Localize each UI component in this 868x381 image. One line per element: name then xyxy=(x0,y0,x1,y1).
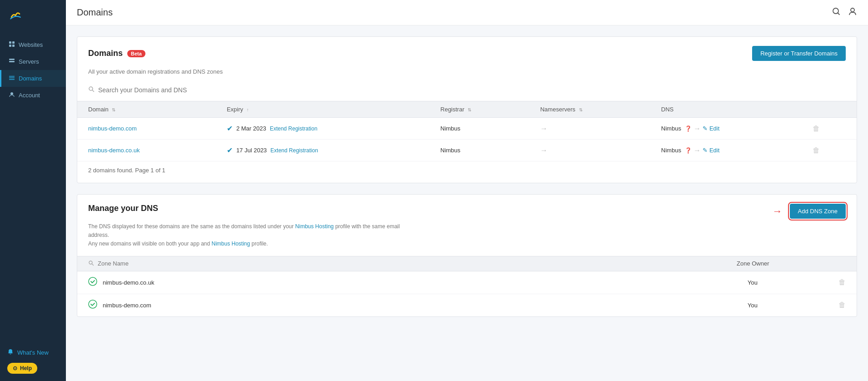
edit-link-1[interactable]: Edit xyxy=(709,125,719,132)
zone-name-input[interactable] xyxy=(98,260,174,267)
domains-table: Domain ⇅ Expiry ↑ Registrar ⇅ Nameserver… xyxy=(77,101,857,161)
nameserver-1: Nimbus xyxy=(661,125,681,132)
pagination-info: 2 domains found. Page 1 of 1 xyxy=(77,161,857,179)
extend-link-2[interactable]: Extend Registration xyxy=(270,147,318,154)
sidebar-item-websites[interactable]: Websites xyxy=(0,36,66,53)
expiry-check-2: ✔ xyxy=(227,146,233,155)
svg-rect-4 xyxy=(12,45,15,47)
svg-rect-8 xyxy=(9,78,15,79)
svg-rect-6 xyxy=(9,61,15,62)
zone-name-1: nimbus-demo.co.uk xyxy=(103,279,748,286)
zone-row: nimbus-demo.co.uk You 🗑 xyxy=(77,271,857,294)
nimbus-hosting-link-1[interactable]: Nimbus Hosting xyxy=(295,223,334,230)
bell-icon xyxy=(7,349,14,356)
svg-point-12 xyxy=(851,8,854,12)
dns-card: Manage your DNS → Add DNS Zone The DNS d… xyxy=(77,194,857,317)
svg-rect-3 xyxy=(9,45,11,47)
expiry-check-1: ✔ xyxy=(227,124,233,133)
svg-point-16 xyxy=(89,300,97,308)
svg-point-13 xyxy=(89,87,93,90)
zone-row: nimbus-demo.com You 🗑 xyxy=(77,294,857,316)
main-content: Domains Domains Beta Register or Transfe… xyxy=(66,0,868,381)
zone-check-1 xyxy=(88,277,97,288)
zone-search xyxy=(88,260,737,267)
expiry-date-1: 2 Mar 2023 xyxy=(236,125,266,132)
edit-icon-1: ✎ xyxy=(703,125,708,132)
add-dns-zone-button[interactable]: Add DNS Zone xyxy=(790,204,846,219)
dns-description: The DNS displayed for these domains are … xyxy=(77,222,418,256)
expiry-date-2: 17 Jul 2023 xyxy=(236,147,267,154)
zone-check-2 xyxy=(88,300,97,311)
top-header: Domains xyxy=(66,0,868,25)
sidebar-item-servers-label: Servers xyxy=(19,58,39,65)
zone-owner-2: You xyxy=(748,302,838,309)
edit-link-2[interactable]: Edit xyxy=(709,147,719,154)
edit-icon-2: ✎ xyxy=(703,147,708,154)
svg-rect-1 xyxy=(9,41,11,44)
zone-owner-header: Zone Owner xyxy=(737,260,828,267)
registrar-2: Nimbus xyxy=(429,140,529,161)
domains-subtitle: All your active domain registrations and… xyxy=(77,68,857,82)
sidebar-item-account-label: Account xyxy=(19,92,40,99)
info-icon-2: ❓ xyxy=(685,147,692,154)
servers-icon xyxy=(9,58,15,65)
domain-link-1[interactable]: nimbus-demo.com xyxy=(88,125,137,132)
extend-link-1[interactable]: Extend Registration xyxy=(270,125,318,132)
table-row: nimbus-demo.com ✔ 2 Mar 2023 Extend Regi… xyxy=(77,118,857,140)
beta-badge: Beta xyxy=(127,50,145,57)
dns-desc-line-2: Any new domains will visible on both you… xyxy=(88,241,210,247)
registrar-1: Nimbus xyxy=(429,118,529,140)
svg-rect-5 xyxy=(9,59,15,60)
domains-icon xyxy=(9,75,15,82)
user-icon[interactable] xyxy=(848,7,857,18)
svg-rect-9 xyxy=(9,79,15,80)
whats-new-label: What's New xyxy=(17,349,49,356)
nimbus-hosting-link-2[interactable]: Nimbus Hosting xyxy=(212,241,250,247)
page-content: Domains Beta Register or Transfer Domain… xyxy=(66,25,868,381)
domain-link-2[interactable]: nimbus-demo.co.uk xyxy=(88,147,140,154)
help-button[interactable]: ⊙ Help xyxy=(7,363,37,374)
col-expiry: Expiry ↑ xyxy=(216,101,429,118)
sidebar-bottom: What's New ⊙ Help xyxy=(0,340,66,381)
domains-search-input[interactable] xyxy=(98,86,234,94)
dns-desc-end: profile. xyxy=(252,241,268,247)
col-registrar: Registrar ⇅ xyxy=(429,101,529,118)
delete-icon-2[interactable]: 🗑 xyxy=(813,146,820,154)
arrow-icon-2: → xyxy=(540,146,548,154)
arrow-icon-ns-2: → xyxy=(693,146,701,155)
dns-right-actions: → Add DNS Zone xyxy=(773,204,846,219)
sidebar-item-domains[interactable]: Domains xyxy=(0,70,66,87)
svg-point-10 xyxy=(10,92,13,95)
help-icon: ⊙ xyxy=(13,365,17,371)
svg-rect-2 xyxy=(12,41,15,44)
col-actions xyxy=(802,101,857,118)
info-icon-1: ❓ xyxy=(685,125,692,132)
col-dns: DNS xyxy=(650,101,802,118)
search-icon[interactable] xyxy=(832,7,841,18)
col-domain: Domain ⇅ xyxy=(77,101,216,118)
svg-rect-7 xyxy=(9,76,15,77)
domains-section-header: Domains Beta Register or Transfer Domain… xyxy=(77,37,857,68)
sidebar-nav: Websites Servers Domains Account xyxy=(0,33,66,340)
sidebar-item-servers[interactable]: Servers xyxy=(0,53,66,70)
title-group: Domains Beta xyxy=(88,49,145,58)
zone-delete-2[interactable]: 🗑 xyxy=(838,301,846,309)
header-icons xyxy=(832,7,857,18)
delete-icon-1[interactable]: 🗑 xyxy=(813,125,820,132)
page-title: Domains xyxy=(77,7,113,18)
domains-card: Domains Beta Register or Transfer Domain… xyxy=(77,36,857,183)
sidebar-item-websites-label: Websites xyxy=(19,41,43,48)
zone-search-icon xyxy=(88,260,94,267)
svg-point-14 xyxy=(89,261,92,264)
logo-icon xyxy=(7,8,24,25)
zone-delete-1[interactable]: 🗑 xyxy=(838,278,846,286)
arrow-icon-1: → xyxy=(540,125,548,132)
dns-desc-text-1: The DNS displayed for these domains are … xyxy=(88,223,294,230)
sidebar-item-account[interactable]: Account xyxy=(0,87,66,104)
register-button[interactable]: Register or Transfer Domains xyxy=(752,46,846,61)
help-label: Help xyxy=(20,365,32,371)
account-icon xyxy=(9,91,15,99)
table-row: nimbus-demo.co.uk ✔ 17 Jul 2023 Extend R… xyxy=(77,140,857,161)
dns-section-title: Manage your DNS xyxy=(88,204,158,213)
whats-new-button[interactable]: What's New xyxy=(7,347,59,358)
